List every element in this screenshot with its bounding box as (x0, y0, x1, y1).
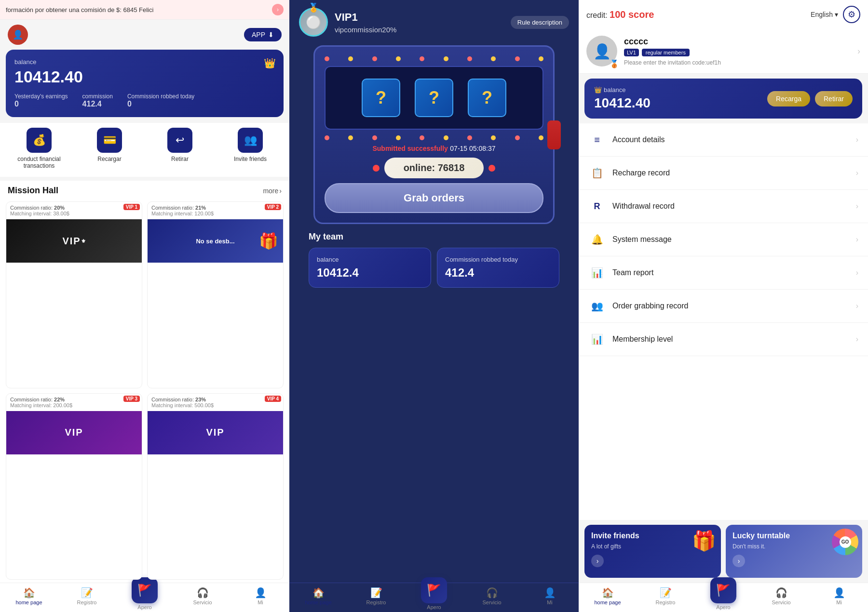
team-balance-label: balance (317, 256, 423, 263)
nav-homepage[interactable]: 🏠 home page (0, 587, 58, 610)
lucky-turntable-arrow[interactable]: › (732, 555, 745, 567)
menu-list: ≡ Account details › 📋 Recharge record › … (579, 123, 868, 520)
p3-nav-apero[interactable]: 🚩 Apero (694, 587, 752, 610)
p3-nav-registro[interactable]: 📝 Registro (637, 587, 694, 610)
recargar-icon: 💳 (97, 128, 122, 153)
recharge-button[interactable]: Recarga (767, 91, 810, 106)
p2-home-icon: 🏠 (312, 587, 325, 599)
promo-cards: Invite friends A lot of gifts › 🎁 Lucky … (579, 520, 868, 583)
vip-info: VIP1 vipcommission20% (335, 11, 396, 34)
nav-registro[interactable]: 📝 Registro (58, 587, 116, 610)
credit-info: credit: 100 score (586, 9, 654, 20)
dot-b9 (515, 135, 520, 140)
menu-system-message[interactable]: 🔔 System message › (579, 223, 868, 256)
promo-lucky-card[interactable]: Lucky turntable Don't miss it. › GO (726, 525, 862, 578)
profile-arrow-icon[interactable]: › (857, 46, 860, 56)
panel3-header: credit: 100 score English ▾ ⚙ (579, 0, 868, 29)
mission-card-vip3[interactable]: Commission ratio: 22% Matching interval:… (6, 393, 142, 580)
menu-membership-level[interactable]: 📊 Membership level › (579, 323, 868, 356)
app-download-button[interactable]: APP ⬇ (244, 28, 282, 41)
apero-center-btn[interactable]: 🚩 (132, 577, 158, 603)
menu-order-grabbing-record[interactable]: 👥 Order grabbing record › (579, 290, 868, 323)
p3-mi-icon: 👤 (833, 587, 845, 599)
p3-nav-servicio[interactable]: 🎧 Servicio (752, 587, 810, 610)
user-info: ccccc LV1 regular members Please enter t… (624, 37, 851, 66)
p2-nav-servicio[interactable]: 🎧 Servicio (463, 587, 521, 610)
p2-apero-btn[interactable]: 🚩 (421, 577, 447, 603)
vip1-badge: VIP 1 (123, 204, 140, 210)
grab-orders-button[interactable]: Grab orders (325, 183, 543, 213)
withdraw-button[interactable]: Retirar (815, 91, 853, 106)
vip-title: VIP1 (335, 11, 396, 24)
team-cards: balance 10412.4 Commission robbed today … (309, 248, 559, 288)
p3-nav-mi[interactable]: 👤 Mi (810, 587, 868, 610)
team-commission-label: Commission robbed today (445, 256, 551, 263)
panel1-header: 👤 APP ⬇ (0, 20, 289, 50)
invite-label: Invite friends (234, 156, 267, 162)
mission-card-vip1[interactable]: Commission ratio: 20% Matching interval:… (6, 201, 142, 388)
menu-recharge-record[interactable]: 📋 Recharge record › (579, 157, 868, 190)
p2-nav-homepage[interactable]: 🏠 home page (289, 587, 347, 610)
dot1 (325, 56, 329, 61)
dot2 (348, 56, 353, 61)
rule-description-button[interactable]: Rule description (511, 16, 569, 29)
mission-card-vip2[interactable]: Commission ratio: 21% Matching interval:… (147, 201, 284, 388)
vip2-badge: VIP 2 (265, 204, 281, 210)
servicio-icon: 🎧 (197, 587, 209, 599)
quick-actions: 💰 conduct financialtransactions 💳 Recarg… (0, 123, 289, 177)
avatar[interactable]: 👤 (8, 25, 28, 45)
account-details-label: Account details (612, 135, 856, 144)
action-financial[interactable]: 💰 conduct financialtransactions (4, 128, 74, 169)
mission-grid: Commission ratio: 20% Matching interval:… (0, 199, 289, 583)
gift-icon: 🎁 (692, 530, 716, 552)
action-invite[interactable]: 👥 Invite friends (215, 128, 285, 169)
team-commission-value: 412.4 (445, 266, 551, 279)
action-retirar[interactable]: ↩ Retirar (145, 128, 215, 169)
slot-lever[interactable] (547, 120, 561, 149)
p2-nav-mi[interactable]: 👤 Mi (521, 587, 579, 610)
status-text: Submitted successfully (372, 145, 448, 152)
lv-badge: LV1 (624, 49, 639, 56)
nav-mi[interactable]: 👤 Mi (231, 587, 289, 610)
promo-invite-card[interactable]: Invite friends A lot of gifts › 🎁 (584, 525, 721, 578)
online-dot-right (488, 165, 495, 172)
dot5 (420, 56, 424, 61)
membership-level-label: Membership level (612, 335, 856, 344)
slot-item-2: ? (415, 79, 453, 117)
vip4-badge: VIP 4 (265, 396, 281, 402)
user-profile-card: 👤 ccccc LV1 regular members Please enter… (579, 29, 868, 74)
menu-withdrawal-record[interactable]: R Withdrawal record › (579, 190, 868, 223)
p2-nav-registro[interactable]: 📝 Registro (347, 587, 405, 610)
p2-nav-apero[interactable]: 🚩 Apero (405, 587, 463, 610)
panel1-bottom-nav: 🏠 home page 📝 Registro 🚩 Apero 🎧 Servici… (0, 583, 289, 612)
ticker-arrow[interactable]: › (272, 4, 284, 15)
invite-friends-arrow[interactable]: › (591, 555, 604, 567)
yesterday-earnings: Yesterday's earnings 0 (14, 93, 68, 108)
menu-team-report[interactable]: 📊 Team report › (579, 256, 868, 290)
slot-machine: ? ? ? (313, 45, 555, 224)
p3-nav-homepage[interactable]: 🏠 home page (579, 587, 637, 610)
mission-card-vip4[interactable]: Commission ratio: 23% Matching interval:… (147, 393, 284, 580)
panel2-bottom-nav: 🏠 home page 📝 Registro 🚩 Apero 🎧 Servici… (289, 583, 579, 612)
panel3-nav: 🏠 home page 📝 Registro 🚩 Apero 🎧 Servici… (579, 587, 868, 610)
slot-item-1: ? (362, 79, 400, 117)
dot-b6 (444, 135, 448, 140)
team-commission-card: Commission robbed today 412.4 (437, 248, 559, 288)
status-time: 07-15 05:08:37 (450, 145, 495, 152)
nav-apero[interactable]: 🚩 Apero (116, 587, 174, 610)
vip3-image: VIP (6, 411, 142, 454)
p3-registro-icon: 📝 (660, 587, 672, 599)
menu-account-details[interactable]: ≡ Account details › (579, 123, 868, 157)
slot-dots-top (325, 56, 543, 61)
action-recargar[interactable]: 💳 Recargar (74, 128, 145, 169)
mission-card-vip3-header: Commission ratio: 22% Matching interval:… (6, 394, 142, 411)
username: ccccc (624, 37, 851, 47)
p2-servicio-icon: 🎧 (486, 587, 498, 599)
nav-servicio[interactable]: 🎧 Servicio (174, 587, 231, 610)
commission-stat: commission 412.4 (82, 93, 113, 108)
settings-button[interactable]: ⚙ (843, 6, 860, 23)
more-link[interactable]: more › (263, 187, 282, 195)
p3-apero-btn[interactable]: 🚩 (710, 577, 736, 603)
online-dot-left (373, 165, 380, 172)
language-selector[interactable]: English ▾ (811, 11, 838, 18)
